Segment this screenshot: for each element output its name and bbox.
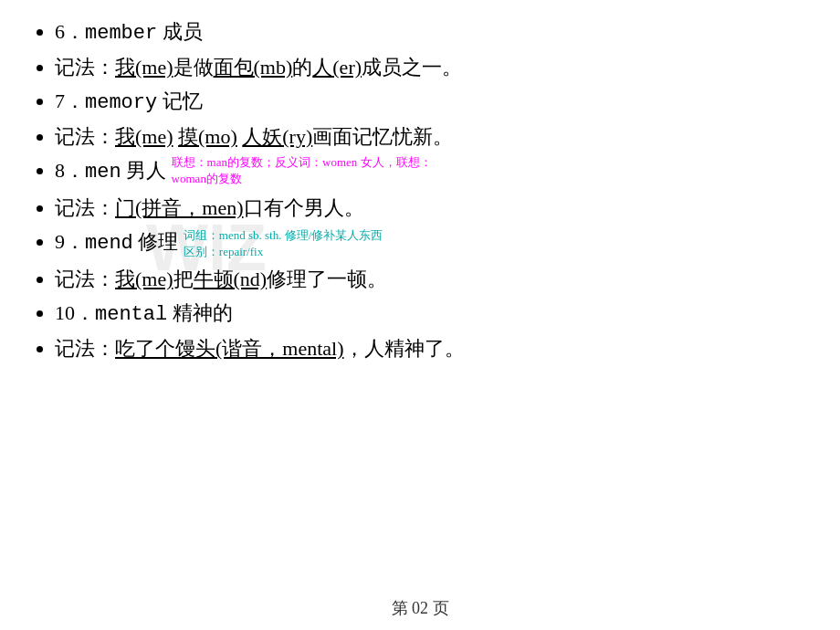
mnemonic-part: 了一顿。 [307, 268, 387, 290]
mnemonic-highlight: 男人 [304, 196, 344, 219]
word-note: 联想：man的复数；反义词：women 女人，联想：woman的复数 [172, 154, 464, 187]
mnemonic-part: 画面 [312, 125, 352, 148]
list-item: 6．member 成员 [55, 16, 803, 48]
mnemonic-part: 是做 [173, 56, 214, 79]
mnemonic-part: 了。 [425, 337, 465, 360]
mnemonic-part: 面包(mb) [214, 56, 293, 79]
list-item: 记法：门(拼音，men)口有个男人。 [55, 193, 803, 223]
word-chinese: 成员 [157, 20, 203, 43]
mnemonic-part: 把 [173, 268, 194, 290]
mnemonic-part: 人妖(ry) [242, 125, 312, 148]
list-item: 记法：我(me)是做面包(mb)的人(er)成员之一。 [55, 52, 803, 82]
mnemonic-part: 我(me) [115, 125, 173, 148]
word-chinese: 修理 [133, 230, 184, 253]
mnemonic-label: 记法： [55, 56, 115, 79]
mnemonic-part: 的 [292, 56, 312, 79]
list-item: 7．memory 记忆 [55, 86, 803, 118]
mnemonic-part: 之一。 [402, 56, 462, 79]
mnemonic-part: 门(拼音，men) [115, 196, 244, 219]
page-number: 第 02 页 [392, 597, 449, 619]
word-english: mend [85, 232, 133, 255]
word-english: memory [85, 91, 157, 114]
mnemonic-part: 人(er) [312, 56, 362, 79]
mnemonic-part: 口有个 [244, 196, 304, 219]
mnemonic-part: 。 [344, 196, 364, 219]
mnemonic-part: 我(me) [115, 56, 173, 79]
mnemonic-part: 我(me) [115, 268, 173, 290]
word-number: 6． [55, 20, 85, 43]
list-item: 9．mend 修理 词组：mend sb. sth. 修理/修补某人东西区别：r… [55, 226, 803, 260]
mnemonic-highlight: 成员 [362, 56, 402, 79]
word-chinese: 精神的 [167, 301, 233, 324]
list-item: 8．men 男人 联想：man的复数；反义词：women 女人，联想：woman… [55, 155, 803, 189]
word-number: 7． [55, 89, 85, 112]
mnemonic-label: 记法： [55, 125, 115, 148]
mnemonic-part: 牛顿(nd) [194, 268, 268, 290]
mnemonic-highlight: 精神 [384, 337, 425, 360]
word-english: member [85, 22, 157, 45]
mnemonic-part: 吃了个馒头(谐音，mental) [115, 337, 344, 360]
list-item: 记法：我(me) 摸(mo) 人妖(ry)画面记忆忧新。 [55, 121, 803, 152]
word-chinese: 男人 [121, 159, 172, 182]
word-english: men [85, 161, 121, 184]
mnemonic-part: 忧新。 [393, 125, 453, 148]
word-chinese: 记忆 [157, 89, 203, 112]
mnemonic-part: 摸(mo) [178, 125, 237, 148]
mnemonic-label: 记法： [55, 337, 115, 360]
word-number: 9． [55, 230, 85, 253]
mnemonic-label: 记法： [55, 196, 115, 219]
list-item: 记法：吃了个馒头(谐音，mental)，人精神了。 [55, 333, 803, 363]
list-item: 记法：我(me)把牛顿(nd)修理了一顿。 [55, 264, 803, 294]
list-item: 10．mental 精神的 [55, 298, 803, 330]
word-english: mental [95, 303, 167, 326]
word-number: 8． [55, 159, 85, 182]
mnemonic-highlight: 记忆 [352, 125, 393, 148]
mnemonic-part: ，人 [344, 337, 384, 360]
word-number: 10． [55, 301, 95, 324]
mnemonic-highlight: 修理 [267, 268, 307, 290]
mnemonic-label: 记法： [55, 268, 115, 290]
word-note: 词组：mend sb. sth. 修理/修补某人东西区别：repair/fix [184, 227, 383, 260]
